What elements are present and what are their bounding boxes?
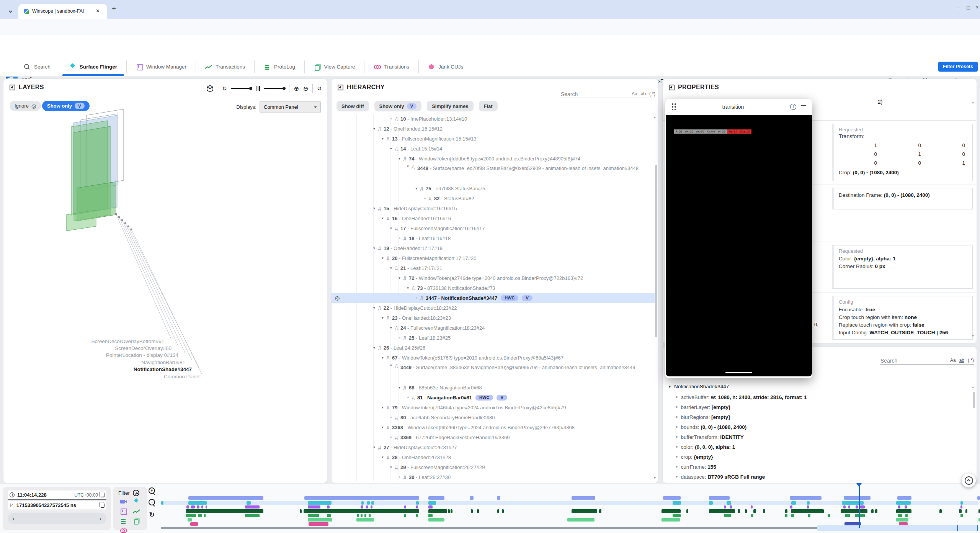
timeline-cursor-handle[interactable] <box>856 483 862 487</box>
expand-arrow-icon[interactable]: ▼ <box>380 426 385 429</box>
human-time-field[interactable]: 11:04:14.228 UTC+00:00 <box>8 490 106 500</box>
timeline-canvas[interactable] <box>161 484 978 533</box>
copy-icon[interactable] <box>101 493 105 497</box>
layer-label-screendecoroverlay-60[interactable]: ScreenDecorOverlay#60 <box>18 345 172 351</box>
tree-node-10[interactable]: Д10 - ImePlaceholder:13:14#10 <box>332 114 655 124</box>
expand-arrow-icon[interactable]: ▼ <box>380 316 385 320</box>
property-row-crop-[interactable]: crop: {empty} <box>676 452 713 462</box>
pin-icon[interactable]: Д <box>394 364 399 368</box>
property-row-buffertransform-[interactable]: bufferTransform: IDENTITY <box>676 432 744 442</box>
tree-node-20[interactable]: ▼Д20 - FullscreenMagnification:17:17#20 <box>332 253 655 263</box>
layers-3d-view[interactable] <box>3 96 327 483</box>
expand-arrow-icon[interactable]: ▼ <box>380 257 385 260</box>
zoom-out-icon[interactable]: ⊖ <box>303 85 308 92</box>
info-icon[interactable]: i <box>790 104 796 110</box>
panel-icon[interactable] <box>10 85 15 90</box>
regex-icon[interactable]: (.*) <box>968 358 974 363</box>
tree-node-3369[interactable]: Д3369 - 67726bf EdgeBackGestureHandler0#… <box>332 432 655 442</box>
expand-arrow-icon[interactable]: ▼ <box>380 456 385 459</box>
match-word-icon[interactable]: ab <box>641 91 646 96</box>
expand-arrow-icon[interactable]: ▼ <box>405 286 411 290</box>
screen-recording-trace-icon[interactable] <box>120 499 127 505</box>
window-manager-trace-icon[interactable] <box>120 508 127 514</box>
tab-close-icon[interactable]: ✕ <box>96 8 100 14</box>
tree-node-81[interactable]: Д81 - NavigationBar0#81HWCV <box>332 392 655 402</box>
leaf-dot-icon[interactable] <box>388 117 394 121</box>
pin-icon[interactable]: Д <box>385 455 390 459</box>
detail-scrollbar[interactable] <box>973 392 975 408</box>
expand-arrow-icon[interactable]: ▼ <box>388 326 394 330</box>
tree-node-19[interactable]: ▼Д19 - OneHanded:17:17#19 <box>332 243 655 253</box>
match-case-icon[interactable]: Aa <box>632 91 637 96</box>
pin-icon[interactable]: Д <box>394 435 399 440</box>
timeline-cursor[interactable] <box>859 484 860 528</box>
expand-arrow-icon[interactable]: ▼ <box>371 306 377 310</box>
show-only-button[interactable]: Show onlyV <box>374 101 422 111</box>
view-capture-trace-icon[interactable] <box>133 518 140 524</box>
tab-view-capture[interactable]: View Capture <box>305 57 364 77</box>
pin-icon[interactable]: Д <box>419 296 424 300</box>
tab-jank-cujs[interactable]: Jank CUJs <box>419 57 472 77</box>
surface-flinger-trace-icon[interactable] <box>133 499 140 505</box>
tree-node-75[interactable]: ▼Д75 - ed70f88 StatusBar#75 <box>332 183 655 193</box>
tree-node-73[interactable]: ▼Д73 - 8736138 NotificationShade#73 <box>332 283 655 293</box>
screen-recording-overlay[interactable]: transition i — P: 0/1dX: 0.0dY: 0.0Xv: 0… <box>665 99 812 378</box>
window-minimize-icon[interactable]: — <box>956 5 960 10</box>
property-row-currframe-[interactable]: currFrame: 155 <box>676 462 716 472</box>
rotation-slider[interactable] <box>231 88 252 89</box>
tree-node-29[interactable]: ▼Д29 - FullscreenMagnification:26:27#29 <box>332 462 655 472</box>
detail-root-node[interactable]: ▼ NotificationShade#3447 <box>668 384 729 389</box>
pin-icon[interactable]: Д <box>385 316 390 320</box>
overlay-header[interactable]: transition i — <box>665 99 812 115</box>
simplify-names-button[interactable]: Simplify names <box>427 101 473 111</box>
expand-arrow-icon[interactable]: ▼ <box>388 266 394 270</box>
regex-icon[interactable]: (.*) <box>649 91 655 96</box>
layer-label-pointerlocation-display-0-134[interactable]: PointerLocation - display 0#134 <box>25 352 178 358</box>
drag-handle-icon[interactable] <box>671 103 676 110</box>
pin-icon[interactable]: Д <box>402 236 407 240</box>
pin-icon[interactable]: Д <box>394 226 399 231</box>
zoom-in-icon[interactable]: ⊕ <box>294 85 299 92</box>
tree-node-22[interactable]: ▼Д22 - HideDisplayCutout:18:23#22 <box>332 303 655 313</box>
pin-icon[interactable]: Д <box>411 165 416 169</box>
match-case-icon[interactable]: Aa <box>950 358 956 363</box>
timeline-zoom-out-icon[interactable] <box>149 499 155 506</box>
pin-icon[interactable]: Д <box>385 256 390 260</box>
pin-icon[interactable]: Д <box>402 386 407 390</box>
scroll-up-icon[interactable]: ▲ <box>653 115 657 119</box>
tree-node-3447[interactable]: ◎Д3447 - NotificationShade#3447HWCV <box>332 293 655 303</box>
tree-node-15[interactable]: ▼Д15 - HideDisplayCutout:16:16#15 <box>332 203 655 213</box>
tree-node-13[interactable]: ▼Д13 - FullscreenMagnification:15:15#13 <box>332 134 655 144</box>
expand-arrow-icon[interactable]: ▼ <box>413 187 419 190</box>
hierarchy-search-input[interactable] <box>560 91 632 98</box>
pin-icon[interactable]: Д <box>394 147 399 151</box>
expand-arrow-icon[interactable]: ▼ <box>388 227 394 230</box>
property-row-blurregions-[interactable]: blurRegions: [empty] <box>676 412 730 422</box>
timeline-scroll-track[interactable] <box>161 527 817 529</box>
pin-icon[interactable]: Д <box>385 356 390 360</box>
property-row-activebuffer-[interactable]: activeBuffer: w: 1080, h: 2400, stride: … <box>676 392 807 402</box>
expand-arrow-icon[interactable]: ▼ <box>397 386 402 389</box>
tree-node-30[interactable]: Д30 - Leaf:26:27#30 <box>332 472 655 481</box>
leaf-dot-icon[interactable] <box>413 296 419 300</box>
minimize-icon[interactable]: — <box>801 102 806 108</box>
pin-icon[interactable]: Д <box>385 425 390 430</box>
tree-node-23[interactable]: ▼Д23 - OneHanded:18:23#23 <box>332 313 655 323</box>
leaf-dot-icon[interactable] <box>388 436 394 439</box>
pin-icon[interactable]: Д <box>377 445 382 450</box>
selection-tick[interactable] <box>957 525 958 531</box>
tree-node-26[interactable]: ▼Д26 - Leaf:24:25#26 <box>332 343 655 353</box>
visibility-icon[interactable]: ◎ <box>335 295 340 301</box>
pin-icon[interactable]: Д <box>377 246 382 250</box>
properties-search-input[interactable] <box>880 357 950 364</box>
pin-icon[interactable]: Д <box>428 196 433 201</box>
pin-icon[interactable]: Д <box>411 396 416 400</box>
tree-node-3368[interactable]: ▼Д3368 - WindowToken{f6b2f60 type=2024 a… <box>332 422 655 432</box>
pin-icon[interactable]: Д <box>402 157 407 161</box>
expand-arrow-icon[interactable]: ▼ <box>380 356 385 360</box>
scroll-down-icon[interactable]: ▼ <box>971 334 975 338</box>
leaf-dot-icon[interactable] <box>397 336 402 340</box>
match-word-icon[interactable]: ab <box>959 358 964 363</box>
leaf-dot-icon[interactable] <box>405 396 411 399</box>
expand-arrow-icon[interactable]: ▼ <box>397 157 402 160</box>
